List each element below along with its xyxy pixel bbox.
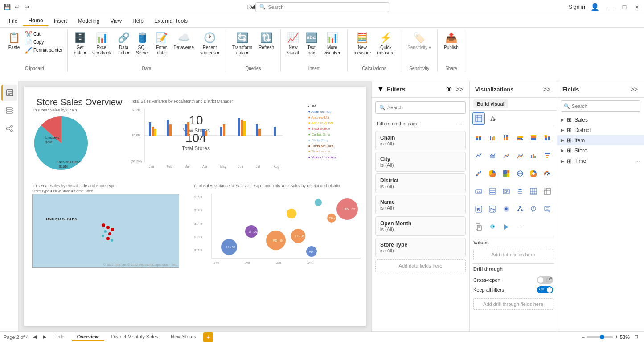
viz-icon-kpi[interactable]: KPI: [500, 185, 513, 198]
viz-icon-gauge[interactable]: [541, 167, 554, 180]
viz-icon-donut[interactable]: [527, 167, 540, 180]
filter-card-open-month[interactable]: Open Month is (All): [375, 216, 466, 236]
page-tab-overview[interactable]: Overview: [72, 333, 104, 341]
ribbon-btn-excel[interactable]: 📊 Excelworkbook: [90, 30, 114, 58]
menu-home[interactable]: Home: [23, 16, 48, 26]
menu-view[interactable]: View: [105, 16, 127, 26]
viz-icon-python[interactable]: Py: [486, 203, 499, 215]
close-button[interactable]: ✕: [633, 4, 640, 11]
sidebar-btn-data[interactable]: [1, 103, 17, 119]
menu-external-tools[interactable]: External Tools: [149, 16, 193, 26]
field-item-item[interactable]: ▶ ⊞ Item: [557, 135, 644, 145]
undo-icon[interactable]: ↩: [13, 4, 21, 11]
viz-icon-line-cluster[interactable]: [500, 149, 513, 162]
ribbon-btn-text-box[interactable]: 🔤 Textbox: [303, 30, 320, 58]
save-icon[interactable]: 💾: [4, 4, 11, 11]
menu-file[interactable]: File: [4, 16, 23, 26]
menu-help[interactable]: Help: [127, 16, 149, 26]
viz-icon-funnel[interactable]: [541, 149, 554, 162]
keep-filters-toggle[interactable]: On: [537, 286, 553, 293]
ribbon-btn-new-measure[interactable]: 🧮 Newmeasure: [351, 30, 374, 58]
ribbon-btn-format-painter[interactable]: 🖌️ Format painter: [24, 46, 64, 54]
fields-search-input[interactable]: [572, 103, 637, 109]
viz-icon-table[interactable]: [527, 185, 540, 198]
viz-icon-r-visual[interactable]: R: [472, 203, 485, 215]
nav-next-btn[interactable]: ▶: [40, 333, 49, 342]
viz-icon-clustered-col[interactable]: [514, 132, 526, 144]
viz-icon-line[interactable]: [472, 149, 485, 162]
viz-icon-matrix[interactable]: [541, 185, 554, 198]
ribbon-btn-quick-measure[interactable]: ⚡ Quickmeasure: [374, 30, 397, 58]
viz-icon-stacked-bar[interactable]: [472, 132, 485, 144]
ribbon-btn-get-data[interactable]: 🗄️ Getdata ▾: [71, 30, 89, 58]
viz-icon-area[interactable]: [486, 149, 499, 162]
ribbon-btn-publish[interactable]: 📤 Publish: [441, 30, 461, 52]
viz-icon-filled-map[interactable]: [500, 203, 513, 215]
field-item-district[interactable]: ▶ ⊞ District: [557, 125, 644, 135]
viz-icon-smart-narr[interactable]: [541, 203, 554, 215]
menu-insert[interactable]: Insert: [49, 16, 73, 26]
viz-icon-multirow-card[interactable]: [486, 185, 499, 198]
viz-expand-btn[interactable]: >>: [542, 85, 551, 94]
ribbon-btn-refresh[interactable]: 🔃 Refresh: [256, 30, 277, 52]
viz-icon-stacked-col[interactable]: [527, 132, 540, 144]
viz-icon-treemap[interactable]: [500, 167, 513, 180]
zoom-out-btn[interactable]: −: [582, 334, 585, 340]
redo-icon[interactable]: ↪: [23, 4, 30, 11]
filter-card-chain[interactable]: Chain is (All): [375, 131, 466, 150]
ribbon-btn-enter-data[interactable]: 📝 Enterdata: [153, 30, 170, 58]
ribbon-btn-sensitivity[interactable]: 🏷️ Sensitivity ▾: [405, 30, 434, 52]
canvas-area[interactable]: Store Sales Overview 10 New Stores 104 T…: [19, 81, 371, 331]
viz-icon-scatter[interactable]: [472, 167, 485, 180]
viz-icon-azure-map[interactable]: [486, 221, 499, 233]
ribbon-btn-more-visuals[interactable]: 📊 Morevisuals ▾: [321, 30, 343, 58]
field-item-time[interactable]: ▶ ⊞ Time ···: [557, 156, 644, 166]
viz-icon-pie[interactable]: [486, 167, 499, 180]
filters-add-field[interactable]: Add data fields here: [375, 259, 466, 272]
ribbon-btn-recent-sources[interactable]: 🕐 Recentsources ▾: [197, 30, 222, 58]
viz-icon-map[interactable]: [514, 167, 526, 180]
fields-expand-btn[interactable]: >>: [630, 85, 639, 94]
viz-icon-waterfall[interactable]: [527, 149, 540, 162]
ribbon-btn-dataverse[interactable]: ☁️ Dataverse: [171, 30, 197, 52]
viz-add-drill-field[interactable]: Add drill-through fields here: [473, 298, 553, 310]
ribbon-btn-sql[interactable]: 🛢️ SQLServer: [133, 30, 152, 58]
filters-search-input[interactable]: [387, 105, 462, 110]
filters-expand-btn[interactable]: >>: [455, 85, 464, 94]
filter-card-store-type[interactable]: Store Type is (All): [375, 238, 466, 257]
zoom-thumb[interactable]: [600, 335, 604, 339]
page-tab-new-stores[interactable]: New Stores: [165, 333, 201, 341]
ribbon-btn-paste[interactable]: 📋 Paste: [5, 30, 23, 52]
filter-card-city[interactable]: City is (All): [375, 152, 466, 172]
viz-add-values-field[interactable]: Add data fields here: [473, 249, 553, 260]
viz-icon-card[interactable]: 123: [472, 185, 485, 198]
viz-icon-power-automate[interactable]: [500, 221, 513, 233]
viz-icon-more[interactable]: ···: [514, 221, 526, 233]
field-item-store[interactable]: ▶ ⊞ Store: [557, 145, 644, 156]
page-tab-info[interactable]: Info: [51, 333, 70, 341]
fit-page-btn[interactable]: ⊡: [632, 333, 640, 342]
filters-search-box[interactable]: 🔍: [375, 101, 466, 114]
ribbon-btn-data-hub[interactable]: 🔗 Datahub ▾: [115, 30, 132, 58]
maximize-button[interactable]: □: [621, 4, 628, 11]
add-page-btn[interactable]: +: [203, 332, 213, 342]
ribbon-btn-copy[interactable]: 📄 Copy: [24, 38, 64, 46]
menu-modeling[interactable]: Modeling: [73, 16, 105, 26]
ribbon-btn-cut[interactable]: ✂️ Cut: [24, 30, 64, 38]
viz-icon-100-col[interactable]: [541, 132, 554, 144]
sidebar-btn-model[interactable]: [1, 120, 17, 136]
sidebar-btn-report[interactable]: [1, 85, 17, 101]
global-search-bar[interactable]: 🔍 Search: [255, 2, 389, 12]
cross-report-toggle[interactable]: Off: [537, 276, 553, 284]
filter-card-name[interactable]: Name is (All): [375, 195, 466, 214]
viz-tab-build[interactable]: Build visual: [473, 99, 508, 108]
signin-button[interactable]: Sign in: [569, 4, 585, 10]
viz-icon-slicer[interactable]: [514, 185, 526, 198]
viz-icon-paginated[interactable]: [472, 221, 485, 233]
field-item-sales[interactable]: ▶ ⊞ Sales: [557, 115, 644, 125]
field-time-more[interactable]: ···: [635, 157, 640, 165]
zoom-in-btn[interactable]: +: [615, 334, 618, 340]
viz-icon-stacked-bar-100[interactable]: [500, 132, 513, 144]
viz-icon-decomp-tree[interactable]: [514, 203, 526, 215]
viz-icon-clustered-bar[interactable]: [486, 132, 499, 144]
